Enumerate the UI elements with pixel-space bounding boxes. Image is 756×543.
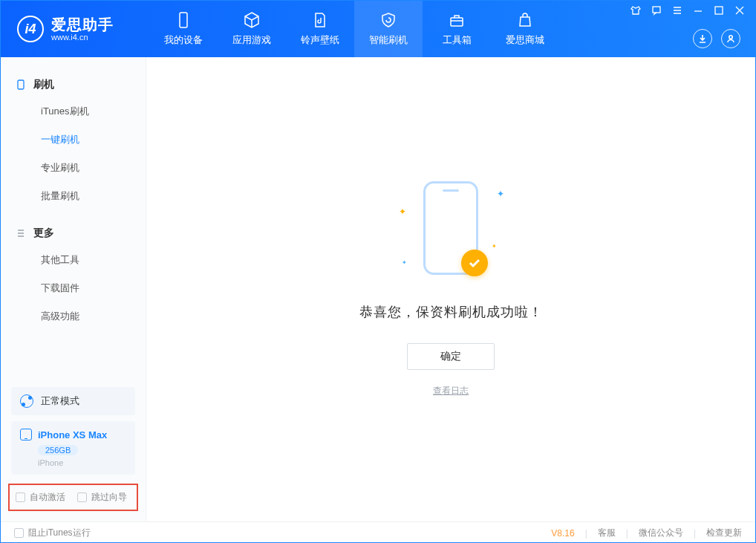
- success-message: 恭喜您，保资料刷机成功啦！: [359, 303, 543, 321]
- sparkle-icon: ✦: [402, 259, 407, 266]
- version-label: V8.16: [551, 528, 574, 539]
- device-name: iPhone XS Max: [38, 429, 107, 440]
- logo-area: i4 爱思助手 www.i4.cn: [1, 1, 149, 57]
- header-right: [630, 1, 748, 57]
- sidebar-item-itunes-flash[interactable]: iTunes刷机: [1, 97, 146, 126]
- shield-refresh-icon: [379, 11, 397, 29]
- logo-text: 爱思助手 www.i4.cn: [51, 16, 114, 42]
- tab-my-device[interactable]: 我的设备: [149, 1, 218, 57]
- device-type: iPhone: [38, 458, 126, 467]
- tab-label: 应用游戏: [232, 33, 271, 47]
- phone-icon: [175, 11, 192, 29]
- svg-rect-3: [715, 7, 723, 14]
- support-link[interactable]: 客服: [598, 527, 616, 539]
- sidebar-item-batch-flash[interactable]: 批量刷机: [1, 182, 146, 210]
- checkbox-block-itunes[interactable]: 阻止iTunes运行: [14, 527, 91, 539]
- device-small-icon: [16, 79, 26, 90]
- mode-label: 正常模式: [41, 394, 79, 408]
- tab-label: 我的设备: [164, 33, 203, 47]
- checkbox-box-icon: [14, 528, 24, 538]
- app-title: 爱思助手: [51, 16, 114, 33]
- checkbox-box-icon: [16, 492, 25, 502]
- success-check-icon: [461, 250, 488, 276]
- app-body: 刷机 iTunes刷机 一键刷机 专业刷机 批量刷机 更多 其他工具 下载固件 …: [1, 57, 755, 521]
- svg-rect-0: [180, 13, 187, 27]
- svg-rect-2: [653, 7, 660, 13]
- tab-smart-flash[interactable]: 智能刷机: [354, 1, 423, 57]
- sidebar-item-other-tools[interactable]: 其他工具: [1, 246, 146, 274]
- menu-icon[interactable]: [672, 5, 682, 16]
- shirt-icon[interactable]: [630, 5, 641, 16]
- checkbox-label: 自动激活: [30, 491, 65, 504]
- window-controls: [630, 5, 745, 16]
- checkbox-auto-activate[interactable]: 自动激活: [16, 491, 65, 504]
- tab-store[interactable]: 爱思商城: [491, 1, 559, 57]
- tab-ringtones[interactable]: 铃声壁纸: [286, 1, 354, 57]
- close-icon[interactable]: [734, 5, 745, 16]
- sidebar-bottom: 正常模式 iPhone XS Max 256GB iPhone 自动激活 跳过向…: [1, 381, 146, 521]
- sidebar-header-label: 刷机: [33, 78, 54, 91]
- mode-icon: [20, 394, 33, 408]
- wechat-link[interactable]: 微信公众号: [639, 527, 683, 539]
- device-name-row: iPhone XS Max: [20, 429, 126, 440]
- footer-right: V8.16 | 客服 | 微信公众号 | 检查更新: [551, 527, 742, 539]
- sidebar-item-onekey-flash[interactable]: 一键刷机: [1, 126, 146, 154]
- tab-label: 智能刷机: [369, 33, 408, 47]
- sidebar-item-advanced[interactable]: 高级功能: [1, 302, 146, 331]
- checkbox-label: 阻止iTunes运行: [28, 527, 91, 539]
- svg-point-4: [729, 36, 732, 39]
- user-icon[interactable]: [721, 29, 740, 48]
- checkbox-box-icon: [77, 492, 87, 502]
- checkbox-skip-guide[interactable]: 跳过向导: [77, 491, 127, 504]
- sparkle-icon: ✦: [497, 189, 504, 199]
- checkbox-label: 跳过向导: [91, 491, 127, 504]
- tab-toolbox[interactable]: 工具箱: [423, 1, 491, 57]
- phone-small-icon: [20, 429, 32, 440]
- sidebar-item-pro-flash[interactable]: 专业刷机: [1, 154, 146, 182]
- separator: |: [585, 528, 587, 539]
- check-update-link[interactable]: 检查更新: [706, 527, 742, 539]
- status-bar: 阻止iTunes运行 V8.16 | 客服 | 微信公众号 | 检查更新: [1, 521, 755, 543]
- tab-label: 工具箱: [443, 33, 472, 47]
- sidebar-section-more: 更多 其他工具 下载固件 高级功能: [1, 221, 146, 331]
- sidebar-header-label: 更多: [33, 227, 54, 240]
- view-log-link[interactable]: 查看日志: [433, 385, 469, 397]
- nav-tabs: 我的设备 应用游戏 铃声壁纸 智能刷机 工具箱 爱思商城: [149, 1, 559, 57]
- sidebar-header-flash: 刷机: [1, 72, 146, 97]
- svg-rect-5: [18, 80, 24, 89]
- flash-options-row: 自动激活 跳过向导: [8, 484, 138, 511]
- separator: |: [694, 528, 696, 539]
- sparkle-icon: ✦: [399, 207, 406, 217]
- svg-rect-1: [451, 18, 463, 26]
- main-content: ✦ ✦ ✦ ✦ 恭喜您，保资料刷机成功啦！ 确定 查看日志: [146, 57, 755, 521]
- list-icon: [16, 228, 26, 238]
- minimize-icon[interactable]: [693, 5, 703, 16]
- maximize-icon[interactable]: [714, 5, 724, 16]
- bag-icon: [516, 11, 534, 29]
- sparkle-icon: ✦: [492, 243, 497, 250]
- tab-apps-games[interactable]: 应用游戏: [218, 1, 286, 57]
- device-storage-badge: 256GB: [38, 445, 78, 455]
- download-icon[interactable]: [693, 29, 712, 48]
- success-illustration: ✦ ✦ ✦ ✦: [391, 181, 510, 285]
- ok-button[interactable]: 确定: [407, 343, 495, 370]
- music-file-icon: [311, 11, 329, 29]
- tab-label: 铃声壁纸: [301, 33, 339, 47]
- toolbox-icon: [448, 11, 466, 29]
- separator: |: [626, 528, 628, 539]
- cube-icon: [243, 11, 261, 29]
- app-site: www.i4.cn: [51, 33, 114, 42]
- feedback-icon[interactable]: [651, 5, 662, 16]
- header-action-circles: [693, 29, 745, 48]
- app-header: i4 爱思助手 www.i4.cn 我的设备 应用游戏 铃声壁纸 智能刷机 工具…: [1, 1, 755, 57]
- sidebar-section-flash: 刷机 iTunes刷机 一键刷机 专业刷机 批量刷机: [1, 72, 146, 210]
- sidebar-header-more: 更多: [1, 221, 146, 246]
- device-mode-box[interactable]: 正常模式: [11, 387, 135, 415]
- sidebar-item-download-firmware[interactable]: 下载固件: [1, 274, 146, 302]
- logo-icon: i4: [17, 16, 44, 42]
- device-info-box[interactable]: iPhone XS Max 256GB iPhone: [11, 421, 135, 475]
- sidebar: 刷机 iTunes刷机 一键刷机 专业刷机 批量刷机 更多 其他工具 下载固件 …: [1, 57, 146, 521]
- tab-label: 爱思商城: [506, 33, 544, 47]
